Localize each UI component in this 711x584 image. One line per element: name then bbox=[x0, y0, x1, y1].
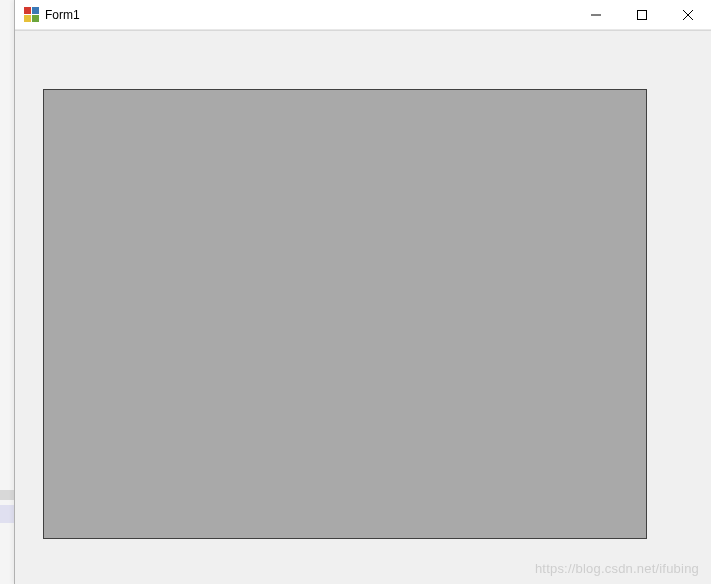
titlebar[interactable]: Form1 bbox=[15, 0, 711, 30]
minimize-icon bbox=[591, 10, 601, 20]
watermark-text: https://blog.csdn.net/ifubing bbox=[535, 561, 699, 576]
bg-decor-1 bbox=[0, 490, 14, 500]
svg-rect-1 bbox=[638, 11, 647, 20]
app-icon bbox=[23, 7, 39, 23]
close-button[interactable] bbox=[665, 0, 711, 30]
client-area: https://blog.csdn.net/ifubing bbox=[15, 30, 711, 584]
window-controls bbox=[573, 0, 711, 29]
maximize-button[interactable] bbox=[619, 0, 665, 30]
background-strip bbox=[0, 0, 14, 584]
window-title: Form1 bbox=[45, 8, 80, 22]
close-icon bbox=[683, 10, 693, 20]
minimize-button[interactable] bbox=[573, 0, 619, 30]
bg-decor-2 bbox=[0, 505, 14, 523]
gray-panel bbox=[43, 89, 647, 539]
maximize-icon bbox=[637, 10, 647, 20]
window-form1: Form1 https://blog.csdn.net/if bbox=[14, 0, 711, 584]
